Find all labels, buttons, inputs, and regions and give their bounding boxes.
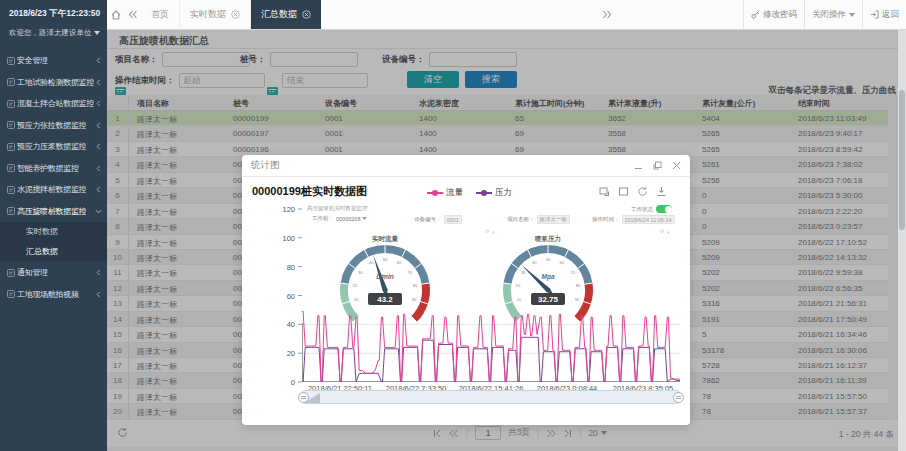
datazoom-slider[interactable] [302, 390, 680, 404]
sidebar-subitem[interactable]: 汇总数据 [0, 242, 107, 262]
bell-icon [7, 269, 15, 277]
field-value[interactable]: 路泽太一标 [537, 215, 571, 224]
work-status: 工作状态 [631, 205, 672, 213]
tab-汇总数据[interactable]: 汇总数据 [251, 0, 321, 29]
datazoom-reset-icon[interactable] [618, 186, 629, 197]
mini-icons: ⟳⤓ [660, 228, 669, 235]
sidebar-item-label: 安全管理 [17, 55, 48, 66]
main-area: 首页实时数据汇总数据 修改密码 关闭操作 返回 [107, 0, 906, 451]
vertical-scrollbar[interactable] [898, 30, 906, 451]
sidebar-item-curing[interactable]: 智能养护数据监控 [0, 158, 107, 180]
content-area: 高压旋喷机数据汇总 项目名称： 桩号： 设备编号： 操作结束时间： 起始 [107, 30, 906, 451]
field-value[interactable]: 2018/6/24 11:05:14 [622, 215, 675, 224]
tab-close-icon[interactable] [231, 10, 240, 19]
datazoom-left-handle[interactable] [298, 392, 309, 403]
maximize-icon[interactable] [653, 161, 662, 170]
sidebar-menu: 安全管理工地试验检测数据监控混凝土拌合站数据监控预应力张拉数据监控预应力压浆数据… [0, 50, 107, 305]
legend-marker [427, 189, 443, 197]
save-image-icon[interactable] [656, 186, 667, 197]
sidebar-item-label: 水泥搅拌桩数据监控 [17, 184, 86, 195]
sidebar-subitem[interactable]: 实时数据 [0, 222, 107, 242]
sidebar-item-grouting[interactable]: 预应力压浆数据监控 [0, 136, 107, 158]
close-icon[interactable] [672, 161, 681, 170]
sidebar-item-concrete[interactable]: 混凝土拌合站数据监控 [0, 93, 107, 115]
sidebar-item-jet-pile[interactable]: 高压旋喷桩数据监控 [0, 201, 107, 223]
dashboard-header: 高压旋喷机实时数据监控 [307, 205, 368, 212]
sidebar-item-video[interactable]: 工地现场航拍视频 [0, 284, 107, 306]
tabbar-actions: 修改密码 关闭操作 返回 [598, 0, 906, 29]
tension-icon [7, 121, 15, 129]
work-status-toggle[interactable] [656, 205, 672, 213]
restore-icon[interactable] [637, 186, 648, 197]
sidebar-item-cement-pile[interactable]: 水泥搅拌桩数据监控 [0, 179, 107, 201]
gauge-title-pressure: 喷浆压力 [508, 235, 588, 244]
svg-text:50: 50 [383, 257, 388, 262]
sidebar-submenu: 实时数据汇总数据 [0, 222, 107, 262]
svg-text:20: 20 [353, 283, 358, 288]
y-axis-label: 80 [255, 263, 295, 272]
datazoom-right-handle[interactable] [673, 392, 684, 403]
mini-icons: ⟳⤓ [485, 228, 494, 235]
dashboard-field: 设备编号：0001 [414, 215, 462, 224]
svg-text:90: 90 [412, 297, 417, 302]
chevron-left-icon [95, 269, 102, 276]
svg-text:40: 40 [532, 260, 537, 265]
caret-down-icon [362, 217, 367, 220]
y-axis-label: 120 [255, 205, 295, 214]
field-value[interactable]: 0001 [444, 215, 462, 224]
grouting-icon [7, 143, 15, 151]
realtime-dashboard: 高压旋喷机实时数据监控 工作状态 工作桩：00000208设备编号：0001项目… [302, 202, 680, 323]
chevron-left-icon [95, 186, 102, 193]
welcome-user[interactable]: 欢迎您，路泽太建设单位 [9, 28, 101, 38]
change-password-button[interactable]: 修改密码 [743, 0, 804, 29]
tab-close-icon[interactable] [302, 10, 311, 19]
chevron-down-icon [95, 208, 102, 215]
chevron-left-icon [95, 122, 102, 129]
chevron-left-icon [95, 165, 102, 172]
sidebar-item-label: 智能养护数据监控 [17, 163, 79, 174]
rewind-tabs-icon[interactable] [124, 0, 141, 29]
field-value[interactable]: 00000208 [336, 216, 360, 222]
minimize-icon[interactable] [634, 161, 643, 170]
mixer-icon [7, 100, 15, 108]
sidebar-item-label: 工地试验检测数据监控 [17, 77, 94, 88]
home-icon[interactable] [107, 0, 124, 29]
svg-text:10: 10 [354, 297, 359, 302]
forward-tabs-icon[interactable] [598, 0, 615, 29]
y-axis-label: 20 [255, 349, 295, 358]
legend-marker [476, 189, 492, 197]
statistics-modal: 统计图 00000199桩实时数据图 流量压力 020406080100120 [242, 155, 690, 425]
svg-text:43.2: 43.2 [377, 295, 393, 304]
svg-text:30: 30 [358, 270, 363, 275]
svg-text:30: 30 [521, 270, 526, 275]
tab-首页[interactable]: 首页 [141, 0, 180, 29]
field-label: 工作桩： [312, 215, 334, 222]
datazoom-icon[interactable] [599, 186, 610, 197]
close-operations-button[interactable]: 关闭操作 [804, 0, 862, 29]
gauge-title-flow: 实时流量 [345, 235, 425, 244]
field-label: 操作时间： [592, 216, 620, 223]
svg-text:20: 20 [516, 283, 521, 288]
back-button[interactable]: 返回 [862, 0, 906, 29]
sidebar-item-safety[interactable]: 安全管理 [0, 50, 107, 72]
sidebar-item-label: 混凝土拌合站数据监控 [17, 98, 94, 109]
sidebar-item-site-test[interactable]: 工地试验检测数据监控 [0, 72, 107, 94]
chevron-left-icon [95, 143, 102, 150]
dashboard-field: 工作桩：00000208 [312, 215, 367, 222]
caret-down-icon [849, 13, 855, 17]
tab-实时数据[interactable]: 实时数据 [180, 0, 251, 29]
mixing-pile-icon [7, 186, 15, 194]
y-axis-label: 100 [255, 234, 295, 243]
field-label: 设备编号： [414, 216, 442, 223]
sidebar-item-tension[interactable]: 预应力张拉数据监控 [0, 115, 107, 137]
chevron-left-icon [95, 100, 102, 107]
legend-item-流量[interactable]: 流量 [427, 187, 463, 199]
tab-bar: 首页实时数据汇总数据 修改密码 关闭操作 返回 [107, 0, 906, 30]
scrollbar-thumb[interactable] [899, 90, 905, 230]
chart-legend: 流量压力 [427, 187, 512, 199]
svg-text:32.75: 32.75 [538, 295, 559, 304]
y-axis-label: 40 [255, 320, 295, 329]
sidebar-item-notice[interactable]: 通知管理 [0, 262, 107, 284]
svg-text:50: 50 [546, 257, 551, 262]
legend-item-压力[interactable]: 压力 [476, 187, 512, 199]
